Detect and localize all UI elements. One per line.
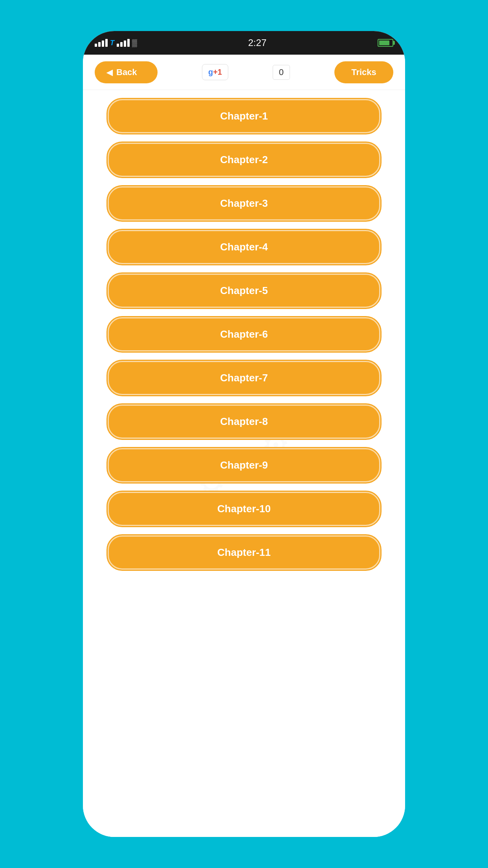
- carrier-icon: ▒: [132, 39, 137, 47]
- telecom-logo: T: [110, 39, 114, 47]
- gplus-label: g+1: [208, 68, 222, 77]
- battery-icon: [378, 39, 393, 47]
- content-area: ⚙ ⚙ ⚙ Chapter-1 Chapter-2 Chapter-3 Chap…: [83, 90, 405, 837]
- chapter-8-button[interactable]: Chapter-8: [106, 403, 382, 440]
- toolbar: ◀ Back g+1 0 Tricks: [83, 55, 405, 90]
- back-label: Back: [116, 67, 137, 77]
- chapter-2-button[interactable]: Chapter-2: [106, 142, 382, 178]
- signal-bar: [117, 44, 119, 47]
- gplus-container[interactable]: g+1: [202, 64, 228, 80]
- signal-bar: [95, 44, 97, 47]
- back-button[interactable]: ◀ Back: [95, 61, 158, 83]
- chapter-4-button[interactable]: Chapter-4: [106, 229, 382, 265]
- chapter-11-button[interactable]: Chapter-11: [106, 534, 382, 571]
- chapter-6-button[interactable]: Chapter-6: [106, 316, 382, 353]
- back-arrow-icon: ◀: [106, 68, 112, 77]
- chapter-5-button[interactable]: Chapter-5: [106, 272, 382, 309]
- chapter-7-button[interactable]: Chapter-7: [106, 360, 382, 396]
- chapter-10-button[interactable]: Chapter-10: [106, 491, 382, 527]
- signal-bars-2: [117, 39, 130, 47]
- tricks-button[interactable]: Tricks: [334, 61, 393, 83]
- signal-bar: [127, 39, 130, 47]
- signal-bar: [102, 40, 104, 47]
- signal-bar: [124, 40, 126, 47]
- status-bar: T ▒ 2:27: [83, 31, 405, 55]
- signal-bar: [120, 42, 123, 47]
- g-letter: g: [208, 68, 213, 76]
- count-badge: 0: [273, 65, 290, 80]
- signal-bar: [98, 42, 101, 47]
- status-time: 2:27: [248, 37, 267, 48]
- chapter-1-button[interactable]: Chapter-1: [106, 98, 382, 134]
- battery-fill: [379, 40, 389, 45]
- chapter-9-button[interactable]: Chapter-9: [106, 447, 382, 484]
- status-right: [378, 39, 393, 47]
- chapter-3-button[interactable]: Chapter-3: [106, 185, 382, 222]
- signal-bars-1: [95, 39, 108, 47]
- plus-one: +1: [213, 68, 222, 76]
- phone-frame: T ▒ 2:27 ◀ Back g+1 0 Trick: [83, 31, 405, 837]
- signal-bar: [105, 39, 108, 47]
- status-left: T ▒: [95, 39, 137, 47]
